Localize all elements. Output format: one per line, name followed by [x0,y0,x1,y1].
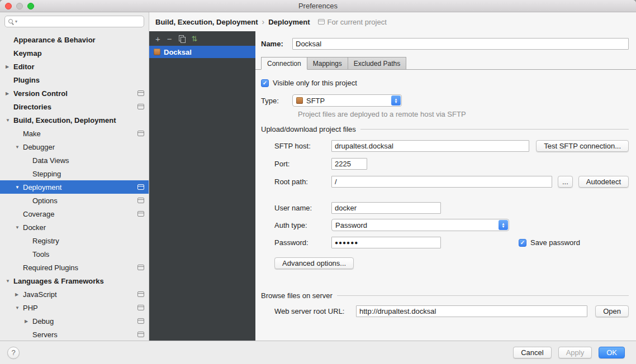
sidebar-item-languages-frameworks[interactable]: ▼Languages & Frameworks [0,274,149,288]
sidebar-item-directories[interactable]: Directories [0,100,149,113]
settings-sidebar: ▾ Appearance & BehaviorKeymap▶EditorPlug… [0,12,149,341]
current-project-label: For current project [328,18,387,26]
visible-only-label: Visible only for this project [273,79,357,87]
sidebar-item-label: Options [32,197,58,205]
sidebar-item-label: JavaScript [23,290,57,299]
chevron-right-icon[interactable]: ▶ [4,64,13,69]
sidebar-item-docker[interactable]: ▼Docker [0,221,149,234]
chevron-down-icon[interactable]: ▼ [14,145,23,150]
sftp-host-input[interactable] [331,140,529,152]
user-name-input[interactable] [331,202,441,214]
sidebar-item-version-control[interactable]: ▶Version Control [0,87,149,100]
window-title: Preferences [0,2,636,10]
zoom-window-button[interactable] [27,3,34,9]
sidebar-item-deployment[interactable]: ▼Deployment [0,180,149,194]
ok-button[interactable]: OK [599,347,625,358]
chevron-right-icon[interactable]: ▶ [4,91,13,96]
root-path-input[interactable] [331,176,552,188]
upload-section-label: Upload/download project files [261,125,356,133]
sidebar-item-label: Appearance & Behavior [13,36,96,44]
advanced-options-button[interactable]: Advanced options... [274,257,354,269]
settings-tabs: ConnectionMappingsExcluded Paths [261,57,629,70]
sidebar-item-label: Plugins [13,76,40,84]
sidebar-item-stepping[interactable]: Stepping [0,167,149,180]
sidebar-item-registry[interactable]: Registry [0,234,149,247]
project-level-settings-icon [137,131,144,136]
apply-button[interactable]: Apply [558,347,592,358]
sidebar-item-data-views[interactable]: Data Views [0,154,149,167]
titlebar[interactable]: Preferences [0,0,636,12]
settings-search-box[interactable]: ▾ [4,16,144,27]
remove-server-icon[interactable]: − [167,35,172,43]
help-button[interactable]: ? [7,347,20,359]
chevron-right-icon[interactable]: ▶ [14,292,23,297]
type-select[interactable]: SFTP ▲▼ [292,94,402,107]
minimize-window-button[interactable] [16,3,23,9]
copy-server-icon[interactable] [179,35,185,42]
browse-section-label: Browse files on server [261,291,333,300]
project-level-settings-icon [137,305,144,310]
port-label: Port: [274,160,331,168]
deployment-form: Name: ConnectionMappingsExcluded Paths ✓… [255,31,636,341]
cancel-button[interactable]: Cancel [513,347,551,358]
auth-type-select[interactable]: Password ▲▼ [331,219,509,231]
save-password-checkbox[interactable]: ✓ [519,239,526,247]
breadcrumb-separator-icon: › [262,17,264,26]
chevron-down-icon[interactable]: ▼ [4,279,13,284]
project-level-settings-icon [137,90,144,96]
sidebar-item-make[interactable]: Make [0,127,149,140]
project-level-settings-icon [137,198,144,203]
sidebar-item-servers[interactable]: Servers [0,328,149,341]
sidebar-item-php[interactable]: ▼PHP [0,301,149,314]
sftp-server-icon [296,97,303,104]
project-level-settings-icon [137,265,144,270]
type-help-text: Project files are deployed to a remote h… [298,110,629,118]
chevron-down-icon[interactable]: ▼ [4,118,13,123]
sidebar-item-tools[interactable]: Tools [0,247,149,261]
open-url-button[interactable]: Open [595,305,629,317]
auth-type-label: Auth type: [274,221,331,229]
add-server-icon[interactable]: + [155,35,160,43]
sidebar-item-required-plugins[interactable]: Required Plugins [0,261,149,274]
settings-search-input[interactable] [17,18,140,26]
test-sftp-connection-button[interactable]: Test SFTP connection... [536,140,629,152]
sidebar-item-debugger[interactable]: ▼Debugger [0,140,149,154]
password-label: Password: [274,238,331,247]
sidebar-item-appearance-behavior[interactable]: Appearance & Behavior [0,33,149,46]
name-input[interactable] [292,38,629,50]
breadcrumb: Build, Execution, Deployment › Deploymen… [149,12,636,31]
tab-excluded-paths[interactable]: Excluded Paths [348,57,406,70]
type-value: SFTP [306,97,325,105]
footer: ? Cancel Apply OK [0,341,636,364]
sidebar-item-javascript[interactable]: ▶JavaScript [0,288,149,301]
type-label: Type: [261,97,292,105]
web-server-root-url-input[interactable] [356,305,587,317]
password-input[interactable] [331,237,441,248]
sidebar-item-plugins[interactable]: Plugins [0,73,149,87]
sidebar-item-label: Debugger [23,143,55,151]
sidebar-item-coverage[interactable]: Coverage [0,207,149,221]
browse-section-header: Browse files on server [261,291,629,300]
port-input[interactable] [331,158,367,170]
chevron-down-icon[interactable]: ▼ [14,225,23,230]
sidebar-item-build-execution-deployment[interactable]: ▼Build, Execution, Deployment [0,113,149,127]
combo-stepper-icon: ▲▼ [499,220,508,230]
chevron-down-icon[interactable]: ▼ [14,305,23,310]
sidebar-item-keymap[interactable]: Keymap [0,46,149,60]
tab-mappings[interactable]: Mappings [307,57,348,70]
sidebar-item-debug[interactable]: ▶Debug [0,314,149,328]
close-window-button[interactable] [5,3,12,9]
autodetect-button[interactable]: Autodetect [578,176,629,188]
sync-server-icon[interactable]: ⇅ [192,35,198,42]
server-item-docksal[interactable]: Docksal [149,46,255,58]
chevron-down-icon[interactable]: ▼ [14,185,23,190]
sidebar-item-editor[interactable]: ▶Editor [0,60,149,73]
sidebar-item-label: Languages & Frameworks [13,277,104,285]
chevron-right-icon[interactable]: ▶ [23,319,32,324]
breadcrumb-parent[interactable]: Build, Execution, Deployment [155,18,258,26]
tab-connection[interactable]: Connection [261,57,307,70]
sidebar-item-options[interactable]: Options [0,194,149,207]
browse-root-path-button[interactable]: ... [558,176,573,188]
visible-only-checkbox[interactable]: ✓ [261,79,269,87]
sftp-host-label: SFTP host: [274,142,331,150]
